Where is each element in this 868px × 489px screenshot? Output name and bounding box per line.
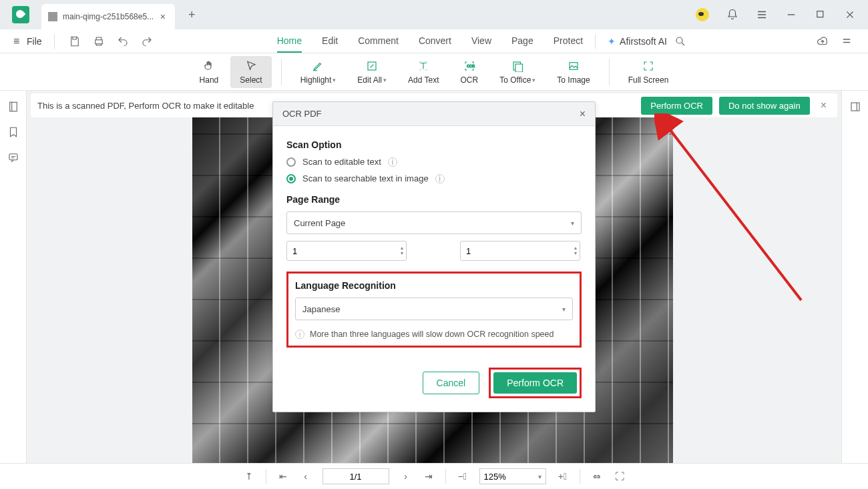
thumbnails-icon[interactable] [7, 100, 20, 113]
search-icon[interactable] [674, 35, 687, 48]
image-icon [568, 59, 580, 73]
highlight-button[interactable]: Highlight▾ [291, 56, 346, 88]
zoom-out-icon[interactable]: −⃝ [457, 471, 469, 482]
bell-icon[interactable] [726, 9, 738, 21]
next-page-icon[interactable]: › [400, 471, 412, 482]
file-menu-button[interactable]: File [9, 33, 46, 50]
banner-dont-show-button[interactable]: Do not show again [719, 97, 810, 115]
dialog-header[interactable]: OCR PDF × [273, 102, 595, 126]
to-office-button[interactable]: To Office▾ [490, 56, 545, 88]
zoom-select[interactable]: 125% [479, 468, 546, 484]
bookmark-icon[interactable] [7, 125, 20, 139]
dialog-title: OCR PDF [282, 109, 580, 119]
menu-icon[interactable] [756, 9, 768, 21]
office-icon [511, 59, 523, 73]
panel-toggle-icon[interactable] [849, 100, 862, 113]
dialog-close-icon[interactable]: × [580, 108, 586, 120]
page-from-input[interactable]: 1▴▾ [286, 241, 407, 261]
cancel-button[interactable]: Cancel [423, 372, 480, 394]
edit-all-label: Edit All▾ [357, 75, 387, 85]
add-text-label: Add Text [408, 75, 439, 85]
tab-convert[interactable]: Convert [419, 29, 451, 53]
last-page-icon[interactable]: ⇥ [423, 471, 435, 482]
app-logo [12, 6, 29, 23]
perform-ocr-button[interactable]: Perform OCR [493, 372, 577, 394]
first-page-icon[interactable]: ⇤ [277, 471, 289, 482]
hand-icon [203, 59, 215, 73]
ai-button[interactable]: ✦Afirstsoft AI [608, 36, 667, 47]
fit-width-icon[interactable]: ⇔ [591, 471, 603, 482]
tab-view[interactable]: View [471, 29, 491, 53]
toolbar: Hand Select Highlight▾ Edit All▾ Add Tex… [0, 53, 868, 91]
svg-rect-6 [515, 64, 523, 72]
cursor-icon [245, 59, 257, 73]
titlebar: main-qimg-c251b568e5... × + [0, 0, 868, 29]
select-tool-button[interactable]: Select [230, 56, 271, 88]
full-screen-label: Full Screen [628, 75, 669, 85]
page-range-select[interactable]: Current Page [286, 211, 582, 234]
tab-home[interactable]: Home [277, 29, 302, 53]
collapse-icon[interactable] [840, 35, 853, 48]
page-range-label: Page Range [286, 194, 582, 205]
scan-searchable-radio[interactable]: Scan to searchable text in image i [286, 173, 582, 183]
svg-rect-0 [817, 11, 823, 17]
text-icon [417, 59, 429, 73]
maximize-icon[interactable] [815, 9, 827, 21]
prev-page-icon[interactable]: ‹ [300, 471, 312, 482]
banner-perform-ocr-button[interactable]: Perform OCR [641, 97, 712, 115]
hand-label: Hand [200, 75, 219, 85]
page-number-input[interactable] [322, 468, 389, 484]
tab-comment[interactable]: Comment [358, 29, 399, 53]
ocr-button[interactable]: OCR OCR [451, 56, 488, 88]
language-select[interactable]: Japanese [295, 298, 573, 320]
undo-icon[interactable] [116, 35, 130, 48]
close-window-icon[interactable] [844, 9, 856, 21]
tab-page[interactable]: Page [511, 29, 533, 53]
cloud-icon[interactable] [816, 35, 829, 48]
radio-checked-icon [286, 174, 296, 183]
minimize-icon[interactable] [785, 9, 797, 21]
comment-icon[interactable] [7, 151, 20, 164]
edit-all-button[interactable]: Edit All▾ [348, 56, 396, 88]
save-icon[interactable] [68, 35, 81, 48]
sparkle-icon: ✦ [608, 36, 616, 47]
info-icon[interactable]: i [388, 157, 397, 167]
scan-searchable-label: Scan to searchable text in image [302, 173, 429, 183]
page-to-input[interactable]: 1▴▾ [460, 241, 580, 261]
scan-editable-radio[interactable]: Scan to editable text i [286, 157, 582, 167]
svg-text:OCR: OCR [467, 64, 475, 68]
svg-rect-7 [570, 62, 578, 69]
scroll-top-icon[interactable]: ⤒ [243, 471, 255, 482]
menubar: File Home Edit Comment Convert View Page… [0, 29, 868, 53]
svg-rect-9 [9, 154, 17, 160]
add-tab-button[interactable]: + [188, 8, 196, 22]
avatar-icon[interactable] [696, 8, 709, 21]
select-label: Select [240, 75, 262, 85]
redo-icon[interactable] [140, 35, 154, 48]
fit-page-icon[interactable]: ⛶ [614, 471, 626, 482]
language-section-highlight: Language Recognition Japanese iMore than… [286, 272, 582, 348]
tab-close-icon[interactable]: × [158, 11, 168, 22]
zoom-in-icon[interactable]: +⃝ [557, 471, 569, 482]
info-icon[interactable]: i [435, 174, 445, 183]
print-icon[interactable] [92, 35, 105, 48]
left-sidebar [0, 91, 27, 463]
document-tab[interactable]: main-qimg-c251b568e5... × [41, 4, 175, 29]
fullscreen-icon [642, 59, 654, 73]
svg-rect-10 [851, 103, 859, 111]
right-sidebar [841, 91, 868, 463]
banner-close-icon[interactable]: × [817, 99, 831, 111]
tab-edit[interactable]: Edit [322, 29, 338, 53]
hand-tool-button[interactable]: Hand [190, 56, 228, 88]
info-icon: i [295, 330, 304, 339]
ocr-dialog: OCR PDF × Scan Option Scan to editable t… [272, 101, 596, 412]
full-screen-button[interactable]: Full Screen [619, 56, 678, 88]
statusbar: ⤒ ⇤ ‹ › ⇥ −⃝ 125% +⃝ ⇔ ⛶ [0, 463, 868, 489]
language-label: Language Recognition [295, 280, 573, 291]
svg-point-2 [676, 37, 682, 43]
add-text-button[interactable]: Add Text [399, 56, 448, 88]
tab-protect[interactable]: Protect [554, 29, 583, 53]
tab-title: main-qimg-c251b568e5... [63, 12, 158, 21]
zoom-value: 125% [484, 472, 506, 482]
to-image-button[interactable]: To Image [548, 56, 599, 88]
